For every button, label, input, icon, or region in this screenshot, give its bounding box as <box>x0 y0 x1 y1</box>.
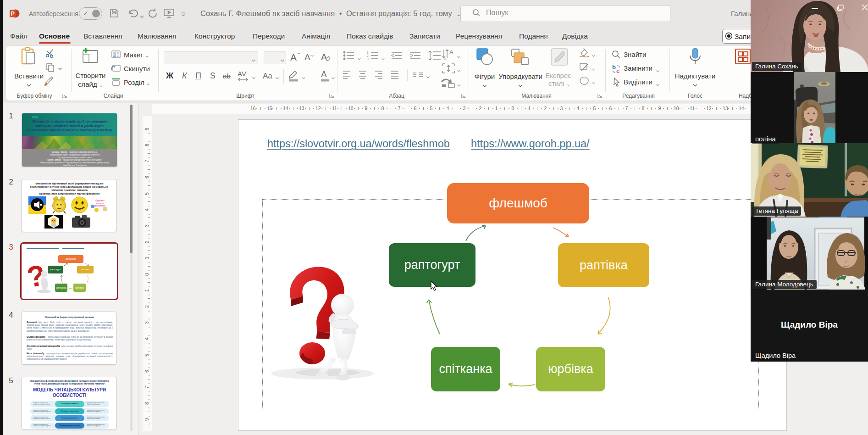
svg-text:c: c <box>616 67 619 74</box>
svg-text:A: A <box>321 52 327 62</box>
svg-text:2: 2 <box>367 54 369 57</box>
svg-text:P: P <box>11 11 15 17</box>
svg-text:A: A <box>449 49 453 56</box>
svg-text:3: 3 <box>367 57 369 61</box>
svg-text:AV: AV <box>238 70 246 78</box>
svg-text:A: A <box>321 69 327 79</box>
svg-text:1: 1 <box>367 51 369 54</box>
svg-text:b: b <box>612 64 616 71</box>
